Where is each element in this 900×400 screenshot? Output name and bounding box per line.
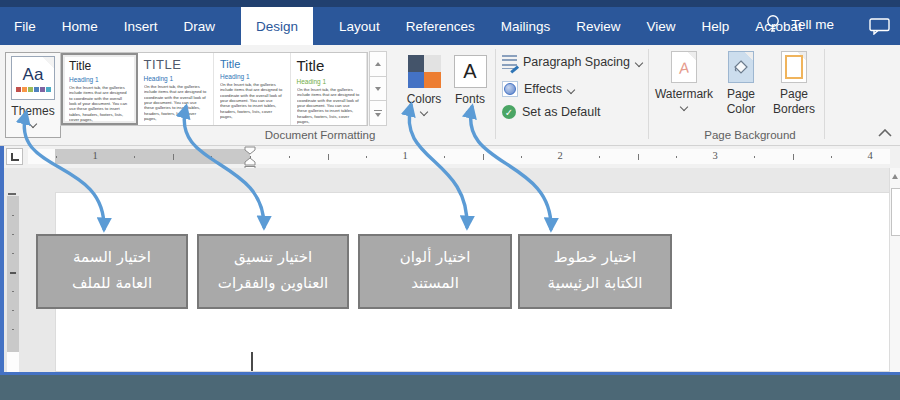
bottom-bar bbox=[0, 375, 900, 400]
vertical-scrollbar[interactable] bbox=[889, 168, 900, 372]
thumb-body-text: On the Insert tab, the galleries include… bbox=[220, 82, 284, 120]
word-window: File Home Insert Draw Design Layout Refe… bbox=[0, 0, 900, 400]
thumb-title: Title bbox=[220, 58, 285, 70]
collapse-ribbon-button[interactable] bbox=[878, 129, 892, 137]
tab-help[interactable]: Help bbox=[702, 19, 730, 34]
vertical-ruler-margin-marker bbox=[8, 193, 16, 195]
chevron-down-icon bbox=[466, 108, 474, 116]
ruler-inch-number: 1 bbox=[92, 150, 97, 161]
tab-mailings[interactable]: Mailings bbox=[501, 19, 551, 34]
tab-review[interactable]: Review bbox=[576, 19, 620, 34]
themes-label: Themes bbox=[11, 104, 54, 119]
callout-theme-selection: اختيار السمة العامة للملف bbox=[36, 234, 188, 309]
thumb-body-text: On the Insert tab, the galleries include… bbox=[297, 87, 361, 125]
fonts-label: Fonts bbox=[455, 92, 485, 107]
paragraph-spacing-label: Paragraph Spacing bbox=[523, 55, 630, 69]
horizontal-ruler-track: 11234 bbox=[28, 149, 890, 164]
callout-text-line: اختيار ألوان bbox=[360, 244, 510, 270]
set-as-default-label: Set as Default bbox=[522, 105, 601, 119]
thumb-heading: Heading 1 bbox=[144, 75, 209, 82]
style-set-thumbnail[interactable]: TITLE Heading 1 On the Insert tab, the g… bbox=[138, 53, 215, 125]
callout-text-line: اختيار السمة bbox=[38, 244, 186, 270]
callout-text-line: العناوين والفقرات bbox=[199, 270, 347, 296]
title-bar: File Home Insert Draw Design Layout Refe… bbox=[0, 0, 900, 45]
style-set-thumbnail[interactable]: Title Heading 1 On the Insert tab, the g… bbox=[214, 53, 291, 125]
tell-me[interactable]: Tell me bbox=[765, 14, 834, 34]
fonts-button[interactable]: A Fonts bbox=[450, 55, 490, 115]
page-color-icon bbox=[728, 51, 754, 83]
callout-text-line: الكتابة الرئيسية bbox=[520, 270, 670, 296]
paragraph-spacing-icon bbox=[502, 55, 517, 69]
callout-text-line: المستند bbox=[360, 270, 510, 296]
tab-design[interactable]: Design bbox=[241, 7, 313, 45]
effects-icon bbox=[502, 81, 518, 97]
callout-main-fonts: اختيار خطوط الكتابة الرئيسية bbox=[518, 234, 672, 309]
ruler-left-margin bbox=[55, 149, 250, 164]
paragraph-spacing-button[interactable]: Paragraph Spacing bbox=[502, 55, 642, 69]
themes-icon: Aa bbox=[11, 56, 55, 100]
group-divider bbox=[495, 49, 496, 139]
scrollbar-thumb[interactable] bbox=[891, 188, 900, 236]
fonts-icon-glyph: A bbox=[463, 60, 476, 83]
thumb-body-text: On the Insert tab, the galleries include… bbox=[144, 84, 208, 122]
colors-icon bbox=[408, 55, 441, 88]
gallery-scroll-down-button[interactable] bbox=[369, 76, 387, 102]
style-set-thumbnail[interactable]: Title Heading 1 On the Insert tab, the g… bbox=[61, 53, 138, 125]
callout-text-line: اختيار تنسيق bbox=[199, 244, 347, 270]
chevron-down-icon bbox=[29, 120, 37, 128]
scroll-up-icon[interactable] bbox=[892, 174, 898, 179]
tab-view[interactable]: View bbox=[646, 19, 675, 34]
tab-file[interactable]: File bbox=[14, 19, 36, 34]
callout-text-line: اختيار خطوط bbox=[520, 244, 670, 270]
tab-stop-selector[interactable] bbox=[6, 148, 23, 165]
page-background-group-label: Page Background bbox=[704, 129, 795, 141]
fonts-icon: A bbox=[454, 55, 487, 88]
ruler-inch-number: 1 bbox=[402, 150, 407, 161]
effects-button[interactable]: Effects bbox=[502, 81, 574, 97]
style-set-thumbnail[interactable]: Title Heading 1 On the Insert tab, the g… bbox=[291, 53, 368, 125]
watermark-button[interactable]: A Watermark bbox=[653, 51, 715, 110]
tab-layout[interactable]: Layout bbox=[339, 19, 380, 34]
page-borders-label-line1: Page bbox=[780, 87, 808, 102]
comment-icon[interactable] bbox=[869, 18, 890, 35]
ruler-band: 11234 bbox=[0, 146, 900, 168]
page-color-button[interactable]: Page Color bbox=[718, 51, 764, 117]
ruler-inch-number: 4 bbox=[867, 150, 872, 161]
page-color-label-line2: Color bbox=[727, 102, 756, 117]
group-divider bbox=[648, 49, 649, 139]
lightbulb-icon bbox=[765, 14, 781, 34]
effects-label: Effects bbox=[524, 82, 562, 96]
text-cursor bbox=[251, 352, 253, 371]
tab-references[interactable]: References bbox=[406, 19, 475, 34]
page-borders-button[interactable]: Page Borders bbox=[768, 51, 820, 117]
tab-home[interactable]: Home bbox=[62, 19, 98, 34]
chevron-down-icon bbox=[420, 108, 428, 116]
vertical-ruler bbox=[7, 196, 19, 352]
chevron-down-icon bbox=[635, 59, 643, 67]
thumb-body-text: On the Insert tab, the galleries include… bbox=[69, 85, 130, 123]
document-formatting-group-label: Document Formatting bbox=[265, 129, 376, 141]
colors-button[interactable]: Colors bbox=[401, 55, 447, 115]
tab-draw[interactable]: Draw bbox=[184, 19, 216, 34]
gallery-scroll-controls bbox=[369, 52, 387, 126]
callout-text-line: العامة للملف bbox=[38, 270, 186, 296]
themes-icon-glyph: Aa bbox=[23, 65, 44, 85]
style-set-gallery: Title Heading 1 On the Insert tab, the g… bbox=[60, 52, 368, 126]
page-borders-icon bbox=[781, 51, 807, 83]
ribbon-tab-strip: File Home Insert Draw Design Layout Refe… bbox=[14, 7, 802, 45]
callout-heading-formatting: اختيار تنسيق العناوين والفقرات bbox=[197, 234, 349, 309]
thumb-heading: Heading 1 bbox=[297, 78, 362, 85]
checkmark-icon bbox=[502, 105, 516, 119]
window-left-border bbox=[0, 146, 4, 372]
ribbon: Aa Themes Title Heading 1 On the Insert … bbox=[0, 45, 900, 146]
tell-me-label: Tell me bbox=[791, 17, 834, 32]
gallery-more-button[interactable] bbox=[369, 100, 387, 126]
gallery-scroll-up-button[interactable] bbox=[369, 51, 387, 77]
chevron-down-icon bbox=[567, 86, 575, 94]
tab-insert[interactable]: Insert bbox=[124, 19, 158, 34]
first-line-indent-marker[interactable] bbox=[244, 146, 256, 155]
set-as-default-button[interactable]: Set as Default bbox=[502, 105, 601, 119]
thumb-title: TITLE bbox=[144, 58, 209, 72]
themes-button[interactable]: Aa Themes bbox=[5, 52, 61, 138]
chevron-down-icon bbox=[680, 103, 688, 111]
